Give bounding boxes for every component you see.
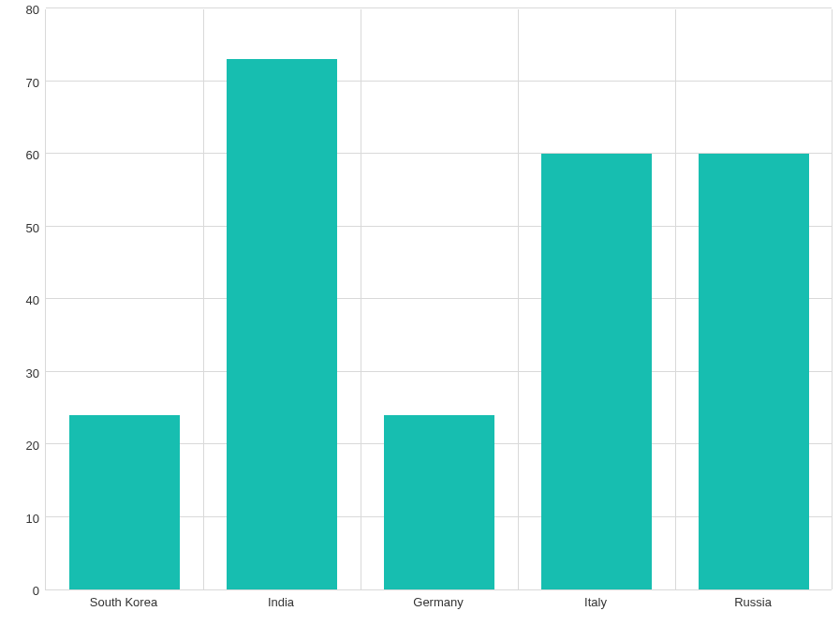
gridline [675,9,676,589]
gridline [518,9,519,589]
y-tick-label: 70 [2,76,39,88]
y-tick-label: 0 [2,585,39,597]
x-tick-label: Italy [584,596,607,608]
gridline [203,9,204,589]
x-tick-label: Germany [413,596,463,608]
y-tick-label: 80 [2,4,39,16]
gridline [361,9,361,589]
gridline [46,81,832,82]
gridline [46,7,832,8]
plot-area [45,9,832,590]
gridline [832,9,833,589]
bar-germany [384,415,494,589]
x-tick-label: South Korea [90,596,157,608]
y-tick-label: 10 [2,512,39,524]
bar-chart: 0 10 20 30 40 50 60 70 80 South Korea In… [0,0,840,626]
bar-italy [541,154,652,589]
y-tick-label: 60 [2,149,39,161]
bar-south-korea [69,415,180,589]
y-tick-label: 50 [2,221,39,233]
x-tick-label: Russia [734,596,772,608]
y-tick-label: 20 [2,440,39,452]
bar-india [227,59,337,589]
y-tick-label: 40 [2,294,39,306]
bar-russia [699,154,809,589]
y-tick-label: 30 [2,366,39,379]
x-tick-label: India [268,596,294,608]
